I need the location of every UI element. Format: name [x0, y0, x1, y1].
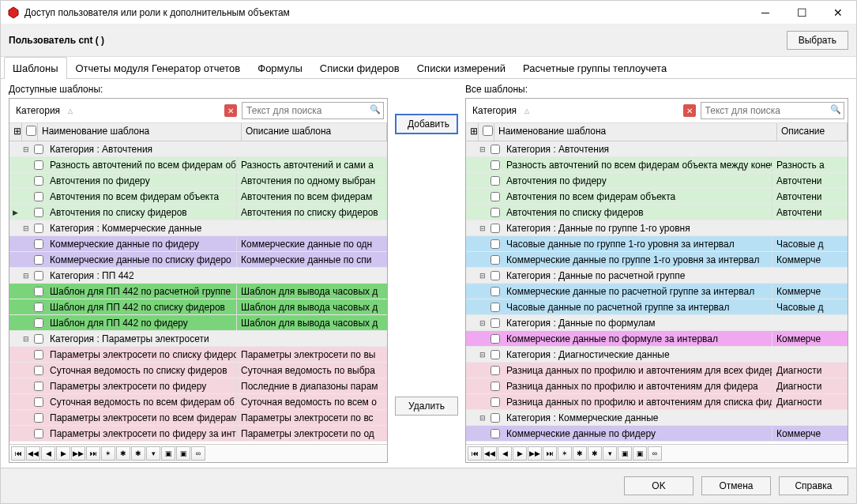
collapse-icon[interactable]: ⊟	[477, 414, 488, 422]
row-checkbox[interactable]	[32, 397, 46, 407]
nav-button-1[interactable]: ◀◀	[483, 446, 497, 461]
category-checkbox[interactable]	[32, 271, 46, 280]
template-row[interactable]: Коммерческие данные по группе 1-го уровн…	[466, 252, 848, 268]
collapse-icon[interactable]: ⊟	[21, 224, 32, 232]
category-checkbox[interactable]	[488, 271, 502, 280]
template-row[interactable]: Шаблон для ПП 442 по фидеруШаблон для вы…	[9, 315, 387, 331]
nav-button-8[interactable]: ✱	[131, 446, 145, 461]
clear-filter-button[interactable]: ✕	[224, 104, 237, 117]
template-row[interactable]: Коммерческие данные по формуле за интерв…	[466, 331, 848, 347]
row-checkbox[interactable]	[488, 160, 502, 170]
template-row[interactable]: Авточтения по фидеруАвточтения по одному…	[9, 173, 387, 189]
category-row[interactable]: ⊟Категория : Авточтения	[466, 141, 848, 157]
help-button[interactable]: Справка	[779, 476, 848, 495]
template-row[interactable]: ▶Авточтения по списку фидеровАвточтения …	[9, 205, 387, 220]
template-row[interactable]: Коммерческие данные по фидеруКоммерчески…	[9, 236, 387, 252]
row-checkbox[interactable]	[488, 239, 502, 249]
template-row[interactable]: Шаблон для ПП 442 по списку фидеровШабло…	[9, 299, 387, 315]
category-checkbox[interactable]	[488, 318, 502, 328]
template-row[interactable]: Авточтения по всем фидерам объектаАвточт…	[466, 189, 848, 205]
row-checkbox[interactable]	[32, 239, 46, 249]
nav-button-2[interactable]: ◀	[41, 446, 55, 461]
nav-button-11[interactable]: ▣	[633, 446, 647, 461]
search-icon[interactable]: 🔍	[830, 104, 841, 115]
category-checkbox[interactable]	[32, 145, 46, 154]
category-checkbox[interactable]	[32, 224, 46, 233]
tab-templates[interactable]: Шаблоны	[4, 57, 67, 79]
nav-button-0[interactable]: ⏮	[468, 446, 482, 461]
nav-button-8[interactable]: ✱	[588, 446, 602, 461]
col-name-header[interactable]: Наименование шаблона	[38, 123, 242, 141]
add-button[interactable]: Добавить	[395, 114, 458, 134]
row-checkbox[interactable]	[488, 397, 502, 407]
tab-formulas[interactable]: Формулы	[249, 57, 311, 79]
row-checkbox[interactable]	[32, 413, 46, 423]
row-checkbox[interactable]	[32, 303, 46, 312]
category-checkbox[interactable]	[488, 145, 502, 154]
row-checkbox[interactable]	[488, 303, 502, 312]
template-row[interactable]: Суточная ведомость по списку фидеровСуто…	[9, 363, 387, 378]
collapse-icon[interactable]: ⊟	[21, 335, 32, 343]
left-grid[interactable]: ⊞ Наименование шаблона Описание шаблона …	[9, 123, 387, 444]
tab-measurement-lists[interactable]: Списки измерений	[408, 57, 514, 79]
nav-button-5[interactable]: ⏭	[86, 446, 100, 461]
row-checkbox[interactable]	[32, 255, 46, 265]
col-desc-header[interactable]: Описание	[777, 123, 848, 141]
category-row[interactable]: ⊟Категория : ПП 442	[9, 268, 387, 284]
category-row[interactable]: ⊟Категория : Параметры электросети	[9, 331, 387, 347]
search-icon[interactable]: 🔍	[370, 104, 381, 115]
nav-button-10[interactable]: ▣	[618, 446, 632, 461]
expand-all-header[interactable]: ⊞	[9, 123, 22, 141]
nav-button-4[interactable]: ▶▶	[71, 446, 85, 461]
category-row[interactable]: ⊟Категория : Авточтения	[9, 141, 387, 157]
nav-button-7[interactable]: ✱	[573, 446, 587, 461]
nav-button-4[interactable]: ▶▶	[528, 446, 542, 461]
category-row[interactable]: ⊟Категория : Данные по формулам	[466, 315, 848, 331]
check-all-header[interactable]	[479, 123, 494, 141]
template-row[interactable]: Разница данных по профилю и авточтениям …	[466, 394, 848, 410]
template-row[interactable]: Авточтения по фидеруАвточтени	[466, 173, 848, 189]
row-checkbox[interactable]	[32, 382, 46, 391]
nav-button-12[interactable]: ∞	[191, 446, 205, 461]
nav-button-7[interactable]: ✱	[116, 446, 130, 461]
left-search-input[interactable]	[242, 102, 384, 119]
category-row[interactable]: ⊟Категория : Коммерческие данные	[9, 220, 387, 236]
template-row[interactable]: Суточная ведомость по всем фидерам обСут…	[9, 394, 387, 410]
template-row[interactable]: Параметры электросети по списку фидероПа…	[9, 347, 387, 363]
category-checkbox[interactable]	[488, 224, 502, 233]
category-row[interactable]: ⊟Категория : Данные по расчетной группе	[466, 268, 848, 284]
select-user-button[interactable]: Выбрать	[787, 31, 848, 50]
nav-button-6[interactable]: ✶	[101, 446, 115, 461]
nav-button-12[interactable]: ∞	[648, 446, 662, 461]
template-row[interactable]: Параметры электросети по фидеру за интеП…	[9, 426, 387, 442]
category-row[interactable]: ⊟Категория : Диагностические данные	[466, 347, 848, 363]
nav-button-0[interactable]: ⏮	[11, 446, 25, 461]
category-checkbox[interactable]	[488, 350, 502, 359]
category-row[interactable]: ⊟Категория : Данные по группе 1-го уровн…	[466, 220, 848, 236]
category-row[interactable]: ⊟Категория : Коммерческие данные	[466, 410, 848, 426]
row-checkbox[interactable]	[488, 287, 502, 296]
row-checkbox[interactable]	[488, 334, 502, 344]
template-row[interactable]: Коммерческие данные по списку фидероКомм…	[9, 252, 387, 268]
category-checkbox[interactable]	[488, 413, 502, 423]
row-checkbox[interactable]	[32, 350, 46, 359]
row-checkbox[interactable]	[488, 429, 502, 438]
row-checkbox[interactable]	[488, 382, 502, 391]
col-desc-header[interactable]: Описание шаблона	[242, 123, 387, 141]
collapse-icon[interactable]: ⊟	[477, 319, 488, 327]
row-checkbox[interactable]	[488, 192, 502, 201]
row-checkbox[interactable]	[32, 318, 46, 328]
minimize-button[interactable]: ─	[747, 1, 784, 24]
nav-button-5[interactable]: ⏭	[543, 446, 557, 461]
category-checkbox[interactable]	[32, 334, 46, 344]
row-checkbox[interactable]	[32, 366, 46, 375]
template-row[interactable]: Параметры электросети по фидеруПоследние…	[9, 378, 387, 394]
template-row[interactable]: Часовые данные по расчетной группе за ин…	[466, 299, 848, 315]
row-checkbox[interactable]	[32, 176, 46, 186]
row-checkbox[interactable]	[32, 208, 46, 217]
template-row[interactable]: Разность авточтений по всем фидерам обРа…	[9, 157, 387, 173]
tab-feeder-lists[interactable]: Списки фидеров	[311, 57, 408, 79]
collapse-icon[interactable]: ⊟	[21, 145, 32, 153]
template-row[interactable]: Шаблон для ПП 442 по расчетной группеШаб…	[9, 284, 387, 299]
template-row[interactable]: Коммерческие данные по расчетной группе …	[466, 284, 848, 299]
